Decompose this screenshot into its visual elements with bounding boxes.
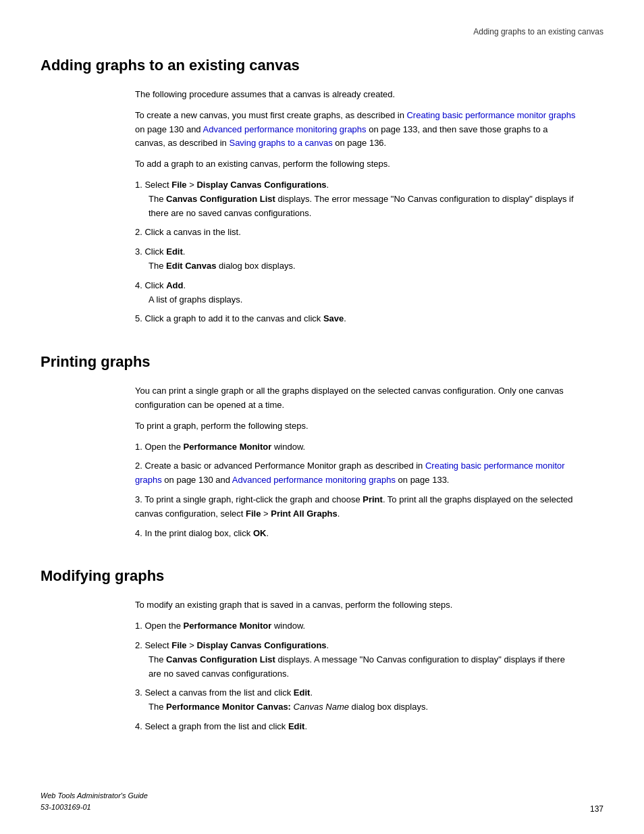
step-num: 1. Open the Performance Monitor window. — [135, 621, 305, 631]
step-num: 4. Select a graph from the list and clic… — [135, 721, 307, 731]
para2-end: on page 136. — [333, 138, 387, 148]
step-num: 1. Open the Performance Monitor window. — [135, 442, 305, 452]
section1-para2: To create a new canvas, you must first c… — [135, 109, 576, 151]
section1-content: The following procedure assumes that a c… — [135, 88, 576, 326]
section1-steps: 1. Select File > Display Canvas Configur… — [135, 178, 576, 326]
link-saving-graphs[interactable]: Saving graphs to a canvas — [229, 138, 332, 148]
header-text: Adding graphs to an existing canvas — [473, 27, 603, 36]
section-printing-graphs: Printing graphs You can print a single g… — [41, 353, 603, 540]
footer-guide-title: Web Tools Administrator's Guide — [41, 790, 148, 802]
step-num: 3. Select a canvas from the list and cli… — [135, 687, 313, 698]
section-modifying-graphs: Modifying graphs To modify an existing g… — [41, 567, 603, 733]
step-2-1: 1. Open the Performance Monitor window. — [135, 440, 576, 454]
section3-para1: To modify an existing graph that is save… — [135, 598, 576, 613]
para2-mid1: on page 130 and — [135, 124, 203, 134]
step-3-2: 2. Select File > Display Canvas Configur… — [135, 639, 576, 681]
para2-before: To create a new canvas, you must first c… — [135, 110, 406, 120]
link-advanced-perf-1[interactable]: Advanced performance monitoring graphs — [203, 124, 367, 134]
step-num: 5. Click a graph to add it to the canvas… — [135, 313, 346, 323]
section1-para1: The following procedure assumes that a c… — [135, 88, 576, 102]
page-footer: Web Tools Administrator's Guide 53-10031… — [41, 790, 603, 814]
page-header: Adding graphs to an existing canvas — [41, 27, 603, 36]
step-1-3-note: The Edit Canvas dialog box displays. — [149, 259, 576, 273]
step-1-2: 2. Click a canvas in the list. — [135, 226, 576, 240]
step-num: 4. Click Add. — [135, 280, 186, 290]
section3-title: Modifying graphs — [41, 567, 603, 585]
section3-content: To modify an existing graph that is save… — [135, 598, 576, 733]
step-1-3: 3. Click Edit. The Edit Canvas dialog bo… — [135, 245, 576, 273]
section3-steps: 1. Open the Performance Monitor window. … — [135, 619, 576, 734]
step-num: 2. Select File > Display Canvas Configur… — [135, 640, 329, 650]
footer-left: Web Tools Administrator's Guide 53-10031… — [41, 790, 148, 814]
step-1-1-note: The Canvas Configuration List displays. … — [149, 192, 576, 221]
link-advanced-perf-2[interactable]: Advanced performance monitoring graphs — [232, 475, 396, 485]
step-2-2: 2. Create a basic or advanced Performanc… — [135, 459, 576, 488]
section-adding-graphs: Adding graphs to an existing canvas The … — [41, 57, 603, 326]
step-num: 3. Click Edit. — [135, 246, 185, 257]
step-3-1: 1. Open the Performance Monitor window. — [135, 619, 576, 633]
section1-para3: To add a graph to an existing canvas, pe… — [135, 157, 576, 172]
step-num: 2. Create a basic or advanced Performanc… — [135, 461, 565, 485]
section2-title: Printing graphs — [41, 353, 603, 371]
step-3-3: 3. Select a canvas from the list and cli… — [135, 686, 576, 714]
step-1-1: 1. Select File > Display Canvas Configur… — [135, 178, 576, 220]
step-num: 3. To print a single graph, right-click … — [135, 494, 572, 519]
link-creating-basic-1[interactable]: Creating basic performance monitor graph… — [406, 110, 575, 120]
step-num: 2. Click a canvas in the list. — [135, 227, 241, 237]
step-3-3-note: The Performance Monitor Canvas: Canvas N… — [149, 700, 576, 714]
step-num: 1. Select File > Display Canvas Configur… — [135, 180, 329, 190]
page: Adding graphs to an existing canvas Addi… — [0, 0, 644, 834]
section1-title: Adding graphs to an existing canvas — [41, 57, 603, 74]
step-1-4: 4. Click Add. A list of graphs displays. — [135, 279, 576, 307]
section2-content: You can print a single graph or all the … — [135, 384, 576, 540]
step-3-4: 4. Select a graph from the list and clic… — [135, 720, 576, 734]
step-2-3: 3. To print a single graph, right-click … — [135, 493, 576, 521]
step-1-4-note: A list of graphs displays. — [149, 293, 576, 307]
footer-page-number: 137 — [590, 804, 603, 814]
section2-steps: 1. Open the Performance Monitor window. … — [135, 440, 576, 541]
footer-doc-number: 53-1003169-01 — [41, 802, 148, 814]
step-num: 4. In the print dialog box, click OK. — [135, 528, 269, 538]
section2-para1: You can print a single graph or all the … — [135, 384, 576, 413]
step-3-2-note: The Canvas Configuration List displays. … — [149, 653, 576, 681]
step-1-5: 5. Click a graph to add it to the canvas… — [135, 312, 576, 326]
step-2-4: 4. In the print dialog box, click OK. — [135, 527, 576, 541]
section2-para2: To print a graph, perform the following … — [135, 419, 576, 434]
